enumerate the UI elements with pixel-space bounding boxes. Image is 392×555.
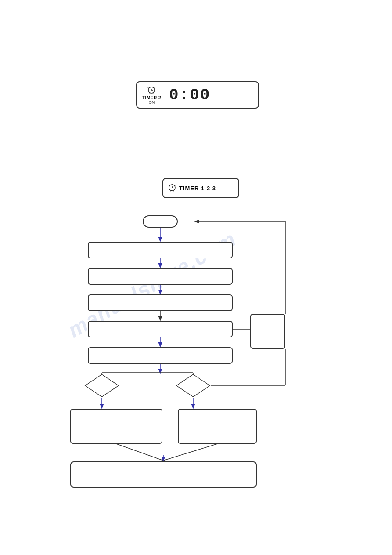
flowchart-box-1: [88, 242, 233, 258]
svg-marker-37: [85, 374, 119, 397]
timer-123-text: TIMER 1 2 3: [179, 185, 216, 192]
timer-label: TIMER 2: [142, 95, 161, 100]
flowchart-side-box: [250, 314, 285, 349]
svg-line-6: [150, 93, 150, 94]
svg-line-10: [169, 185, 169, 185]
svg-line-14: [170, 191, 171, 191]
flowchart-diamond-left: [84, 374, 119, 398]
flowchart-box-3: [88, 294, 233, 311]
timer-status: ON: [149, 100, 155, 105]
flowchart-lower-left-box: [70, 409, 162, 444]
timer-icon-area: TIMER 2 ON: [142, 85, 161, 105]
svg-line-2: [148, 87, 148, 88]
flowchart-bottom-box: [70, 461, 257, 488]
svg-line-3: [155, 87, 155, 88]
svg-marker-38: [176, 374, 210, 397]
flowchart-box-5: [88, 347, 233, 364]
flowchart-box-4: [88, 321, 233, 337]
flowchart-start: [143, 215, 178, 228]
svg-line-35: [163, 444, 217, 461]
flowchart-box-2: [88, 268, 233, 285]
svg-line-11: [175, 185, 176, 185]
alarm-icon: [147, 85, 156, 95]
timer-123-icon: [168, 183, 176, 194]
flowchart-diamond-right: [176, 374, 211, 398]
svg-line-7: [153, 93, 153, 94]
flowchart-lower-right-box: [178, 409, 257, 444]
timer-time: 0:00: [169, 86, 210, 104]
timer-123-widget: TIMER 1 2 3: [162, 178, 239, 198]
svg-line-34: [116, 444, 163, 461]
timer-display-widget: TIMER 2 ON 0:00: [136, 81, 259, 109]
svg-line-15: [173, 191, 174, 191]
